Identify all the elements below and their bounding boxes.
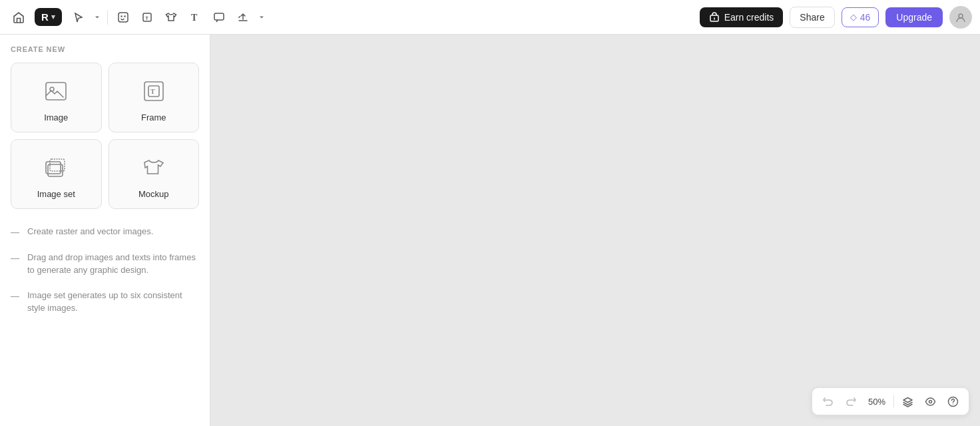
main-area: CREATE NEW Image <box>0 35 980 426</box>
svg-text:T: T <box>191 13 198 23</box>
desc-text-3: Image set generates up to six consistent… <box>27 289 199 315</box>
desc-dash-3: — <box>11 290 19 303</box>
share-button[interactable]: Share <box>790 7 834 28</box>
image-set-card-icon <box>41 153 71 182</box>
logo-text: R <box>41 11 49 23</box>
earn-credits-label: Earn credits <box>724 12 774 23</box>
frame-card-icon: T <box>139 77 168 106</box>
face-tool-button[interactable] <box>112 6 134 29</box>
frame-tool-button[interactable]: T <box>136 6 158 29</box>
svg-rect-0 <box>119 13 128 22</box>
upload-tool-dropdown[interactable] <box>256 6 268 29</box>
image-card-icon <box>41 77 71 106</box>
earn-credits-button[interactable]: Earn credits <box>700 7 784 27</box>
image-set-card-label: Image set <box>37 189 75 199</box>
credits-diamond-icon: ◇ <box>850 12 857 22</box>
desc-dash-2: — <box>11 252 19 265</box>
svg-text:T: T <box>145 16 148 21</box>
svg-point-17 <box>929 400 931 403</box>
mockup-card-icon <box>139 153 168 182</box>
svg-point-19 <box>952 403 953 404</box>
image-set-card[interactable]: Image set <box>11 139 102 209</box>
frame-card[interactable]: T Frame <box>109 63 200 132</box>
image-card-label: Image <box>44 112 68 122</box>
layers-button[interactable] <box>897 391 918 412</box>
user-avatar[interactable] <box>949 6 972 29</box>
tshirt-tool-button[interactable] <box>160 6 182 29</box>
desc-item-3: — Image set generates up to six consiste… <box>11 289 199 315</box>
sidebar-content: CREATE NEW Image <box>0 35 210 331</box>
image-card[interactable]: Image <box>11 63 102 132</box>
redo-button[interactable] <box>840 391 861 412</box>
toolbar: T T <box>67 6 268 29</box>
svg-point-8 <box>959 14 963 18</box>
help-button[interactable] <box>942 391 963 412</box>
text-tool-button[interactable]: T <box>184 6 206 29</box>
mockup-card-label: Mockup <box>138 189 169 199</box>
bottom-divider <box>893 395 894 407</box>
eye-button[interactable] <box>919 391 941 412</box>
svg-point-2 <box>124 15 125 17</box>
desc-dash-1: — <box>11 226 19 239</box>
share-label: Share <box>800 12 824 23</box>
navbar: R ▾ <box>0 0 980 35</box>
credits-count: 46 <box>860 12 871 23</box>
undo-button[interactable] <box>818 391 839 412</box>
desc-item-2: — Drag and drop images and texts into fr… <box>11 251 199 277</box>
bottom-bar: 50% <box>812 387 969 415</box>
canvas-area[interactable] <box>210 35 980 426</box>
description-list: — Create raster and vector images. — Dra… <box>11 225 199 315</box>
navbar-left: R ▾ <box>8 6 268 29</box>
home-button[interactable] <box>8 7 29 28</box>
upgrade-button[interactable]: Upgrade <box>885 7 943 27</box>
toolbar-divider <box>107 10 108 25</box>
frame-card-label: Frame <box>141 112 166 122</box>
desc-item-1: — Create raster and vector images. <box>11 225 199 239</box>
svg-text:T: T <box>150 88 155 95</box>
select-tool-button[interactable] <box>67 6 90 29</box>
credits-button[interactable]: ◇ 46 <box>842 7 879 27</box>
sidebar: CREATE NEW Image <box>0 35 210 426</box>
svg-rect-6 <box>214 13 224 20</box>
logo-button[interactable]: R ▾ <box>35 8 62 26</box>
svg-point-1 <box>121 15 122 17</box>
zoom-value[interactable]: 50% <box>863 397 891 407</box>
card-grid: Image T Frame <box>11 63 199 209</box>
mockup-card[interactable]: Mockup <box>109 139 200 209</box>
upgrade-label: Upgrade <box>896 12 932 23</box>
desc-text-1: Create raster and vector images. <box>27 225 153 238</box>
comment-tool-button[interactable] <box>208 6 230 29</box>
create-new-label: CREATE NEW <box>11 45 199 53</box>
navbar-right: Earn credits Share ◇ 46 Upgrade <box>700 6 972 29</box>
desc-text-2: Drag and drop images and texts into fram… <box>27 251 199 277</box>
upload-tool-button[interactable] <box>232 6 254 29</box>
logo-chevron-icon: ▾ <box>51 13 55 21</box>
select-tool-dropdown[interactable] <box>91 6 103 29</box>
